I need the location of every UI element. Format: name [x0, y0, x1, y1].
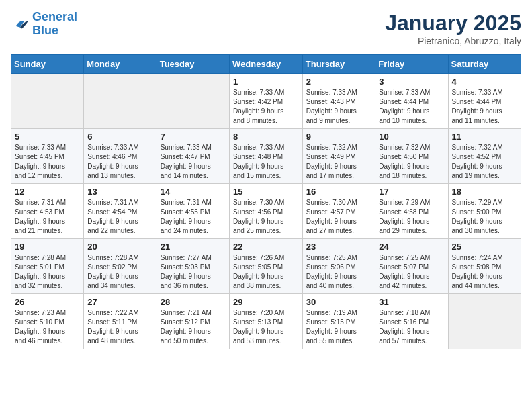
calendar-cell: 7Sunrise: 7:33 AMSunset: 4:47 PMDaylight… [157, 129, 229, 184]
calendar-cell [157, 74, 229, 129]
calendar-cell: 30Sunrise: 7:19 AMSunset: 5:15 PMDayligh… [302, 294, 375, 349]
day-info: Sunrise: 7:33 AMSunset: 4:48 PMDaylight:… [233, 143, 299, 181]
weekday-sunday: Sunday [11, 55, 84, 74]
calendar-week-1: 1Sunrise: 7:33 AMSunset: 4:42 PMDaylight… [11, 74, 521, 129]
calendar-week-2: 5Sunrise: 7:33 AMSunset: 4:45 PMDaylight… [11, 129, 521, 184]
day-info: Sunrise: 7:23 AMSunset: 5:10 PMDaylight:… [15, 308, 80, 346]
calendar-cell: 26Sunrise: 7:23 AMSunset: 5:10 PMDayligh… [11, 294, 84, 349]
day-info: Sunrise: 7:24 AMSunset: 5:08 PMDaylight:… [452, 253, 518, 291]
day-info: Sunrise: 7:33 AMSunset: 4:45 PMDaylight:… [15, 143, 80, 181]
day-number: 26 [15, 297, 80, 307]
day-number: 9 [306, 132, 371, 142]
calendar-cell: 13Sunrise: 7:31 AMSunset: 4:54 PMDayligh… [84, 184, 157, 239]
day-number: 29 [233, 297, 299, 307]
day-number: 10 [379, 132, 444, 142]
day-info: Sunrise: 7:31 AMSunset: 4:53 PMDaylight:… [15, 198, 80, 236]
day-info: Sunrise: 7:27 AMSunset: 5:03 PMDaylight:… [161, 253, 226, 291]
day-number: 27 [87, 297, 152, 307]
calendar-cell: 31Sunrise: 7:18 AMSunset: 5:16 PMDayligh… [375, 294, 448, 349]
day-number: 6 [87, 132, 152, 142]
calendar-cell: 17Sunrise: 7:29 AMSunset: 4:58 PMDayligh… [375, 184, 448, 239]
day-number: 22 [233, 242, 299, 252]
day-info: Sunrise: 7:33 AMSunset: 4:46 PMDaylight:… [87, 143, 152, 181]
calendar-cell: 15Sunrise: 7:30 AMSunset: 4:56 PMDayligh… [230, 184, 303, 239]
day-info: Sunrise: 7:19 AMSunset: 5:15 PMDaylight:… [306, 308, 371, 346]
day-number: 2 [306, 77, 371, 87]
day-info: Sunrise: 7:28 AMSunset: 5:02 PMDaylight:… [87, 253, 152, 291]
calendar-cell: 19Sunrise: 7:28 AMSunset: 5:01 PMDayligh… [11, 239, 84, 294]
day-info: Sunrise: 7:33 AMSunset: 4:42 PMDaylight:… [233, 88, 299, 126]
calendar-cell: 27Sunrise: 7:22 AMSunset: 5:11 PMDayligh… [84, 294, 157, 349]
calendar-cell: 10Sunrise: 7:32 AMSunset: 4:50 PMDayligh… [375, 129, 448, 184]
day-info: Sunrise: 7:33 AMSunset: 4:44 PMDaylight:… [452, 88, 518, 126]
page-header: General Blue January 2025 Pietranico, Ab… [11, 11, 521, 46]
calendar-week-3: 12Sunrise: 7:31 AMSunset: 4:53 PMDayligh… [11, 184, 521, 239]
calendar-cell: 8Sunrise: 7:33 AMSunset: 4:48 PMDaylight… [230, 129, 303, 184]
calendar-cell: 11Sunrise: 7:32 AMSunset: 4:52 PMDayligh… [448, 129, 521, 184]
day-info: Sunrise: 7:31 AMSunset: 4:55 PMDaylight:… [161, 198, 226, 236]
weekday-tuesday: Tuesday [157, 55, 229, 74]
day-number: 7 [161, 132, 226, 142]
calendar-cell: 16Sunrise: 7:30 AMSunset: 4:57 PMDayligh… [302, 184, 375, 239]
day-number: 30 [306, 297, 371, 307]
calendar-cell: 18Sunrise: 7:29 AMSunset: 5:00 PMDayligh… [448, 184, 521, 239]
logo: General Blue [11, 11, 77, 38]
calendar-cell: 9Sunrise: 7:32 AMSunset: 4:49 PMDaylight… [302, 129, 375, 184]
weekday-wednesday: Wednesday [230, 55, 303, 74]
calendar-cell: 12Sunrise: 7:31 AMSunset: 4:53 PMDayligh… [11, 184, 84, 239]
day-number: 17 [379, 187, 444, 197]
day-info: Sunrise: 7:33 AMSunset: 4:43 PMDaylight:… [306, 88, 371, 126]
day-info: Sunrise: 7:21 AMSunset: 5:12 PMDaylight:… [161, 308, 226, 346]
day-number: 18 [452, 187, 518, 197]
day-number: 16 [306, 187, 371, 197]
day-number: 31 [379, 297, 444, 307]
calendar-cell: 28Sunrise: 7:21 AMSunset: 5:12 PMDayligh… [157, 294, 229, 349]
calendar-cell: 22Sunrise: 7:26 AMSunset: 5:05 PMDayligh… [230, 239, 303, 294]
calendar-cell [448, 294, 521, 349]
location: Pietranico, Abruzzo, Italy [385, 36, 521, 46]
calendar-cell: 3Sunrise: 7:33 AMSunset: 4:44 PMDaylight… [375, 74, 448, 129]
weekday-thursday: Thursday [302, 55, 375, 74]
calendar-cell: 4Sunrise: 7:33 AMSunset: 4:44 PMDaylight… [448, 74, 521, 129]
day-number: 24 [379, 242, 444, 252]
logo-icon [11, 15, 30, 34]
day-number: 21 [161, 242, 226, 252]
day-number: 12 [15, 187, 80, 197]
calendar-cell: 29Sunrise: 7:20 AMSunset: 5:13 PMDayligh… [230, 294, 303, 349]
calendar-cell: 1Sunrise: 7:33 AMSunset: 4:42 PMDaylight… [230, 74, 303, 129]
day-number: 19 [15, 242, 80, 252]
day-number: 13 [87, 187, 152, 197]
calendar-table: SundayMondayTuesdayWednesdayThursdayFrid… [11, 54, 521, 349]
calendar-cell: 24Sunrise: 7:25 AMSunset: 5:07 PMDayligh… [375, 239, 448, 294]
day-info: Sunrise: 7:30 AMSunset: 4:56 PMDaylight:… [233, 198, 299, 236]
day-number: 8 [233, 132, 299, 142]
calendar-cell: 6Sunrise: 7:33 AMSunset: 4:46 PMDaylight… [84, 129, 157, 184]
day-info: Sunrise: 7:30 AMSunset: 4:57 PMDaylight:… [306, 198, 371, 236]
weekday-saturday: Saturday [448, 55, 521, 74]
calendar-cell: 20Sunrise: 7:28 AMSunset: 5:02 PMDayligh… [84, 239, 157, 294]
day-number: 28 [161, 297, 226, 307]
calendar-cell: 21Sunrise: 7:27 AMSunset: 5:03 PMDayligh… [157, 239, 229, 294]
weekday-monday: Monday [84, 55, 157, 74]
day-number: 1 [233, 77, 299, 87]
day-info: Sunrise: 7:22 AMSunset: 5:11 PMDaylight:… [87, 308, 152, 346]
calendar-header-row: SundayMondayTuesdayWednesdayThursdayFrid… [11, 55, 521, 74]
calendar-cell [84, 74, 157, 129]
logo-text: General Blue [32, 11, 77, 38]
day-info: Sunrise: 7:26 AMSunset: 5:05 PMDaylight:… [233, 253, 299, 291]
calendar-cell: 23Sunrise: 7:25 AMSunset: 5:06 PMDayligh… [302, 239, 375, 294]
day-number: 14 [161, 187, 226, 197]
day-info: Sunrise: 7:33 AMSunset: 4:47 PMDaylight:… [161, 143, 226, 181]
day-info: Sunrise: 7:32 AMSunset: 4:49 PMDaylight:… [306, 143, 371, 181]
day-info: Sunrise: 7:29 AMSunset: 5:00 PMDaylight:… [452, 198, 518, 236]
calendar-cell: 2Sunrise: 7:33 AMSunset: 4:43 PMDaylight… [302, 74, 375, 129]
day-number: 3 [379, 77, 444, 87]
day-number: 4 [452, 77, 518, 87]
day-number: 20 [87, 242, 152, 252]
day-info: Sunrise: 7:32 AMSunset: 4:50 PMDaylight:… [379, 143, 444, 181]
calendar-cell: 14Sunrise: 7:31 AMSunset: 4:55 PMDayligh… [157, 184, 229, 239]
day-info: Sunrise: 7:32 AMSunset: 4:52 PMDaylight:… [452, 143, 518, 181]
calendar-week-5: 26Sunrise: 7:23 AMSunset: 5:10 PMDayligh… [11, 294, 521, 349]
day-number: 23 [306, 242, 371, 252]
calendar-cell: 5Sunrise: 7:33 AMSunset: 4:45 PMDaylight… [11, 129, 84, 184]
